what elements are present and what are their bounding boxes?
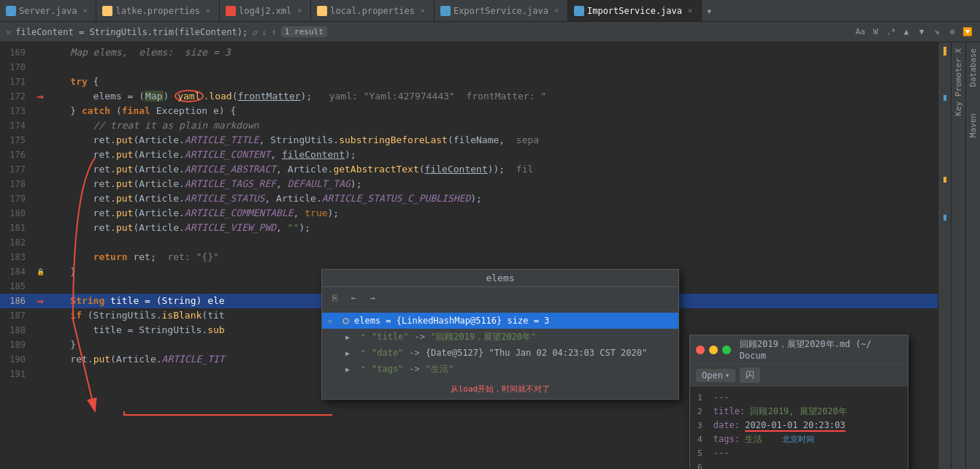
- md-preview-window[interactable]: 回顾2019，展望2020年.md (~/ Docum Open ▾ 闪 1 -…: [689, 335, 908, 469]
- md-line-6: 6: [697, 460, 900, 469]
- database-label[interactable]: Database: [967, 42, 979, 93]
- gutter-mark-orange: [943, 47, 946, 56]
- search-clear-icon[interactable]: ↺: [252, 27, 257, 37]
- search-bar: ✕ fileContent = StringUtils.trim(fileCon…: [0, 22, 980, 42]
- nav-down-btn[interactable]: ▼: [915, 26, 928, 39]
- whole-word-btn[interactable]: W: [869, 26, 882, 39]
- code-line-170: 170: [0, 60, 938, 75]
- tab-log4j2-xml[interactable]: log4j2.xml ×: [220, 0, 311, 21]
- props-icon2: [317, 6, 327, 16]
- tree-row-tags[interactable]: ▶ ❝ "tags" -> "生活": [322, 361, 678, 377]
- open-btn[interactable]: Open ▾: [696, 369, 735, 382]
- tree-key-2: "date": [372, 348, 403, 358]
- tree-val-2: {Date@5127} "Thu Jan 02 04:23:03 CST 202…: [426, 348, 647, 358]
- filter-btn[interactable]: 🔽: [961, 26, 974, 39]
- search-toolbar: Aa W .* ▲ ▼ ⇲ ⚙ 🔽: [854, 26, 974, 39]
- tree-val-3: "生活": [426, 363, 453, 375]
- dropdown-arrow: ▾: [725, 371, 730, 379]
- tree-row-date[interactable]: ▶ ❝ "date" -> {Date@5127} "Thu Jan 02 04…: [322, 345, 678, 361]
- tab-close[interactable]: ×: [294, 6, 305, 16]
- tab-close[interactable]: ×: [551, 6, 562, 16]
- expand-btn[interactable]: ⇲: [930, 26, 943, 39]
- tree-item-arrow-3: ▶: [345, 365, 354, 373]
- tree-root-row[interactable]: ∞ ⬡ elems = {LinkedHashMap@5116} size = …: [322, 313, 678, 329]
- popup-back-btn[interactable]: ←: [345, 290, 361, 306]
- code-line-179: 179 ret.put(Article.ARTICLE_STATUS, Arti…: [0, 191, 938, 206]
- md-line-1: 1 ---: [697, 391, 900, 405]
- tl-yellow[interactable]: [709, 346, 718, 354]
- string-icon-1: ❝: [357, 331, 369, 343]
- code-line-178: 178 ret.put(Article.ARTICLE_TAGS_REF, DE…: [0, 177, 938, 191]
- search-close-icon[interactable]: ✕: [6, 27, 11, 37]
- code-line-173: 173 } catch (final Exception e) {: [0, 104, 938, 118]
- md-line-2: 2 title: 回顾2019, 展望2020年: [697, 405, 900, 419]
- tl-red[interactable]: [696, 346, 705, 354]
- flash-btn[interactable]: 闪: [740, 367, 760, 383]
- tab-close[interactable]: ×: [418, 6, 428, 16]
- tree-item-arrow-1: ▶: [345, 333, 354, 341]
- code-line-180: 180 ret.put(Article.ARTICLE_COMMENTABLE,…: [0, 206, 938, 221]
- settings-btn[interactable]: ⚙: [946, 26, 959, 39]
- popup-forward-btn[interactable]: →: [364, 290, 380, 306]
- search-prev-icon[interactable]: ↓: [261, 27, 267, 37]
- search-next-icon[interactable]: ↑: [272, 27, 277, 37]
- code-editor[interactable]: 169 Map elems, elems: size = 3 170 171 t…: [0, 42, 938, 469]
- md-window-title: 回顾2019，展望2020年.md (~/ Docum: [740, 338, 902, 361]
- java-icon3: [574, 6, 584, 16]
- search-query: fileContent = StringUtils.trim(fileConte…: [15, 27, 248, 37]
- side-panels: Database Maven: [965, 42, 980, 469]
- tree-item-arrow-2: ▶: [345, 349, 354, 357]
- tree-row-title[interactable]: ▶ ❝ "title" -> "回顾2019，展望2020年": [322, 329, 678, 345]
- tab-close[interactable]: ×: [80, 6, 90, 16]
- popup-tree: ∞ ⬡ elems = {LinkedHashMap@5116} size = …: [322, 310, 678, 380]
- gutter-mark-blue2: [943, 215, 946, 221]
- string-icon-2: ❝: [357, 347, 369, 359]
- popup-title: elems: [486, 272, 514, 283]
- string-icon-3: ❝: [357, 363, 369, 375]
- code-line-174: 174 // treat it as plain markdown: [0, 118, 938, 133]
- code-line-177: 177 ret.put(Article.ARTICLE_ABSTRACT, Ar…: [0, 162, 938, 177]
- editor-area: 169 Map elems, elems: size = 3 170 171 t…: [0, 42, 980, 469]
- gutter-mark-blue: [943, 95, 946, 101]
- var-icon: ⬡: [340, 315, 351, 327]
- tab-close-active[interactable]: ×: [685, 6, 695, 16]
- elems-popup[interactable]: elems ⎘ ← → ∞ ⬡ elems = {LinkedHashMap@5…: [321, 269, 679, 400]
- tree-key-1: "title": [372, 332, 409, 342]
- tab-server-java[interactable]: Server.java ×: [0, 0, 96, 21]
- md-content: 1 --- 2 title: 回顾2019, 展望2020年 3 date: 2…: [690, 386, 908, 469]
- tab-import-service[interactable]: ImportService.java ×: [568, 0, 702, 21]
- java-icon2: [440, 6, 451, 16]
- code-line-176: 176 ret.put(Article.ARTICLE_CONTENT, fil…: [0, 148, 938, 162]
- code-line-169: 169 Map elems, elems: size = 3: [0, 45, 938, 60]
- props-icon: [102, 6, 112, 16]
- md-line-4: 4 tags: 生活 北京时间: [697, 432, 900, 446]
- tab-latke-properties[interactable]: latke.properties ×: [96, 0, 220, 21]
- tab-local-properties[interactable]: local.properties ×: [311, 0, 435, 21]
- code-line-183: 183 return ret; ret: "{}": [0, 250, 938, 264]
- tab-close[interactable]: ×: [203, 6, 213, 16]
- code-line-181: 181 ret.put(Article.ARTICLE_VIEW_PWD, ""…: [0, 221, 938, 235]
- md-toolbar: Open ▾ 闪: [690, 365, 908, 386]
- popup-copy-btn[interactable]: ⎘: [326, 290, 342, 306]
- nav-up-btn[interactable]: ▲: [900, 26, 913, 39]
- xml-icon: [226, 6, 236, 16]
- key-promoter-panel[interactable]: Key Promoter X: [951, 42, 965, 469]
- gutter-mark-orange2: [943, 177, 946, 183]
- md-line-5: 5 ---: [697, 446, 900, 460]
- tab-bar: Server.java × latke.properties × log4j2.…: [0, 0, 980, 22]
- tab-overflow-btn[interactable]: ▾: [702, 5, 716, 17]
- tree-root-arrow: ∞: [328, 317, 337, 325]
- java-icon: [6, 6, 16, 16]
- case-sensitive-btn[interactable]: Aa: [854, 26, 867, 39]
- code-line-171: 171 try {: [0, 75, 938, 89]
- key-promoter-label[interactable]: Key Promoter X: [952, 42, 965, 122]
- tree-val-1: "回顾2019，展望2020年": [431, 331, 536, 343]
- md-line-3: 3 date: 2020-01-01 20:23:03: [697, 419, 900, 432]
- maven-label[interactable]: Maven: [967, 107, 979, 143]
- right-gutter: [938, 42, 951, 469]
- tab-export-service[interactable]: ExportService.java ×: [435, 0, 568, 21]
- tree-root-label: elems = {LinkedHashMap@5116} size = 3: [354, 316, 549, 326]
- regex-btn[interactable]: .*: [884, 26, 897, 39]
- popup-title-bar: elems: [322, 270, 678, 287]
- tl-green[interactable]: [722, 346, 731, 354]
